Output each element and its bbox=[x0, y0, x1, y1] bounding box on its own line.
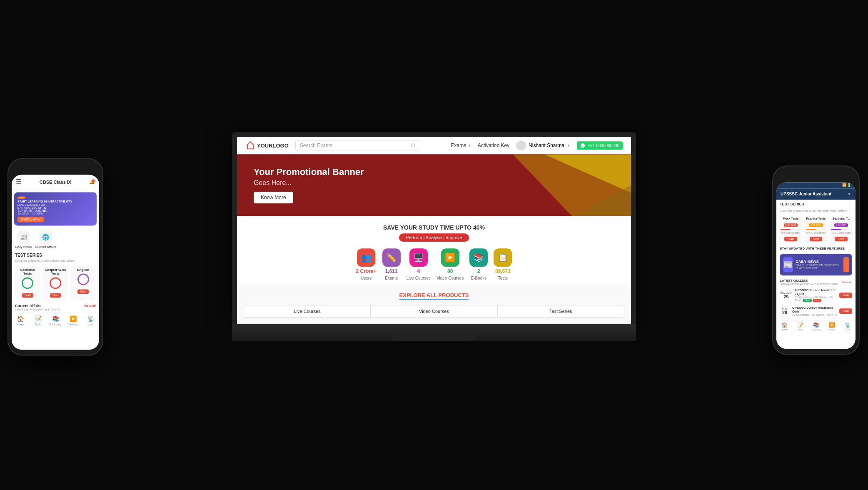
test-card-english[interactable]: English Start bbox=[70, 265, 96, 300]
stat-video-courses: ▶️ 80 Video Courses bbox=[436, 249, 464, 281]
rp-nav-videos[interactable]: ▶️ Videos bbox=[824, 322, 840, 331]
status-icons: 📶 🔋 bbox=[842, 183, 851, 187]
explore-section: EXPLORE ALL PRODUCTS Live Courses Video … bbox=[237, 285, 631, 325]
english-start-btn[interactable]: Start bbox=[77, 289, 89, 294]
rp-nav-elibrary[interactable]: 📚 E-Library bbox=[808, 322, 824, 331]
quiz-day-1: 29 bbox=[780, 294, 793, 299]
nav-videos[interactable]: ▶️ Videos bbox=[64, 315, 82, 326]
right-practice-tests[interactable]: Practice Tests 3.4k 50% 0% Completed Sta… bbox=[804, 215, 828, 243]
rp-nav-tests-label: Tests bbox=[797, 328, 803, 331]
quiz-title-2: UPSSSC Junior Assistant - Quiz bbox=[792, 306, 837, 313]
nav-live[interactable]: 📡 Live bbox=[82, 315, 99, 326]
exams-label: Exams bbox=[451, 142, 466, 148]
rp-nav-home[interactable]: 🏠 Home bbox=[776, 322, 792, 331]
category-current-affairs[interactable]: 🌐 Current Affairs bbox=[35, 230, 56, 249]
activation-key-link[interactable]: Activation Key bbox=[478, 142, 509, 148]
product-tabs: Live Courses Video Courses Test Series bbox=[244, 305, 624, 318]
right-phone-notch bbox=[799, 171, 833, 180]
promotional-banner: Your Promotional Banner Goes Here... Kno… bbox=[237, 154, 631, 216]
stat-exams: ✏️ 1,611 Exams bbox=[382, 249, 401, 281]
live-badge: LIVE bbox=[17, 196, 25, 199]
chapter-progress-circle bbox=[50, 277, 61, 289]
right-mock-tests[interactable]: Mock Tests 2.1k 50% 0% Completed Start bbox=[779, 215, 803, 243]
enroll-button[interactable]: ENROLL NOW bbox=[17, 217, 44, 222]
elibrary-icon: 📚 bbox=[52, 315, 59, 322]
rp-elibrary-icon: 📚 bbox=[813, 322, 819, 328]
nav-home[interactable]: 🏠 Home bbox=[12, 315, 29, 326]
phone-button[interactable]: +91-0000000000 bbox=[577, 141, 623, 150]
test-card-chapter[interactable]: Chapter Wise Tests Start bbox=[43, 265, 68, 300]
daily-news-icon: 📰 bbox=[17, 230, 30, 244]
know-more-button[interactable]: Know More bbox=[254, 192, 293, 204]
dropdown-chevron-icon[interactable]: ▼ bbox=[847, 192, 851, 196]
monitor-base bbox=[392, 333, 476, 341]
search-bar[interactable]: Search Exams bbox=[295, 140, 420, 150]
chapter-start-btn[interactable]: Start bbox=[50, 293, 61, 298]
tab-live-courses[interactable]: Live Courses bbox=[244, 306, 371, 318]
video-courses-stat-icon: ▶️ bbox=[441, 249, 459, 267]
nav-elibrary[interactable]: 📚 E-Library bbox=[47, 315, 64, 326]
user-info[interactable]: Nishant Sharma ▼ bbox=[516, 140, 570, 150]
stat-users: 👥 2 Crore+ Users bbox=[356, 249, 377, 281]
left-phone-banner: LIVE START LEARNING IN INTRACTIVE WAY LI… bbox=[14, 192, 97, 225]
english-label: English bbox=[72, 268, 94, 272]
eng-tag: ENG bbox=[803, 299, 811, 302]
tests-value: 89,673 bbox=[495, 269, 511, 275]
nav-elibrary-label: E-Library bbox=[50, 323, 61, 326]
nav-links: Exams ▼ Activation Key Nishant Sharma ▼ bbox=[451, 140, 623, 150]
quiz-title-1: UPSSSC Junior Assistant - Quiz bbox=[795, 288, 837, 296]
sectional-start-btn[interactable]: Start bbox=[835, 237, 848, 241]
chapter-wise-label: Chapter Wise Tests bbox=[45, 268, 67, 275]
quiz-item-1: May 2024 29 UPSSSC Junior Assistant - Qu… bbox=[780, 287, 852, 304]
quiz-item-2: May 28 UPSSSC Junior Assistant - Quiz 20… bbox=[780, 304, 852, 318]
users-label: Users bbox=[361, 276, 372, 281]
rp-live-icon: 📡 bbox=[845, 322, 851, 328]
sectional-progress bbox=[831, 229, 851, 230]
daily-news-title: DAILY NEWS bbox=[796, 260, 841, 264]
practice-tests-label: Practice Tests bbox=[806, 217, 826, 220]
tests-label: Tests bbox=[498, 276, 508, 281]
stat-live-courses: 🖥️ 4 Live Courses bbox=[407, 249, 431, 281]
banner-bg-shapes bbox=[434, 154, 631, 216]
stay-updated-title: STAY UPDATED WITH THESE FEATURES bbox=[776, 245, 856, 252]
phone-notch bbox=[39, 164, 72, 172]
quiz-start-btn-1[interactable]: Start bbox=[839, 292, 852, 298]
exams-label: Exams bbox=[385, 276, 398, 281]
video-courses-label: Video Courses bbox=[436, 276, 464, 281]
tab-test-series[interactable]: Test Series bbox=[498, 306, 624, 318]
sectional-start-btn[interactable]: Start bbox=[22, 293, 33, 298]
website-content: YOURLOGO Search Exams Exams ▼ bbox=[237, 137, 631, 324]
rp-videos-icon: ▶️ bbox=[829, 322, 835, 328]
nav-home-label: Home bbox=[17, 323, 25, 326]
navbar: YOURLOGO Search Exams Exams ▼ bbox=[237, 137, 631, 154]
video-courses-value: 80 bbox=[447, 269, 453, 275]
right-phone-header: UPSSSC Junior Assistant ▼ bbox=[776, 188, 856, 200]
exams-menu[interactable]: Exams ▼ bbox=[451, 142, 471, 148]
category-daily-news[interactable]: 📰 Daily News bbox=[15, 230, 32, 249]
practice-start-btn[interactable]: Start bbox=[810, 237, 823, 241]
daily-news-banner[interactable]: 📰 DAILY NEWS DAILY UPDATES OF NEWS FOR P… bbox=[780, 254, 852, 275]
nav-tests[interactable]: 📝 Tests bbox=[29, 315, 47, 326]
mock-start-btn[interactable]: Start bbox=[784, 237, 797, 241]
view-all-quizzes[interactable]: View All bbox=[842, 281, 852, 284]
sectional-tag: 2.1k 50% bbox=[834, 223, 848, 227]
daily-news-img: 📰 bbox=[783, 257, 793, 272]
rp-nav-elibrary-label: E-Library bbox=[811, 328, 821, 331]
quiz-meta-1: 20 Questions - 20 Marks - 60 Mins ENG HI… bbox=[795, 296, 837, 302]
quiz-day-2: 28 bbox=[780, 310, 790, 315]
quiz-meta-2: 20 Questions - 20 Marks - 60 Mins bbox=[792, 313, 837, 316]
perform-badge: Perform | Analyse | Improve bbox=[399, 234, 469, 242]
avatar bbox=[516, 140, 526, 150]
tab-video-courses[interactable]: Video Courses bbox=[371, 306, 497, 318]
exams-chevron-icon: ▼ bbox=[468, 144, 471, 148]
test-card-sectional[interactable]: Sectional Tests Start bbox=[15, 265, 40, 300]
view-all-link[interactable]: View all bbox=[84, 304, 96, 308]
rp-nav-live[interactable]: 📡 Live bbox=[840, 322, 856, 331]
right-sectional-tests[interactable]: Sectional T... 2.1k 50% 0% Completed Sta… bbox=[829, 215, 853, 243]
current-affairs-section-title: Current Affairs bbox=[15, 304, 41, 308]
mock-tests-progress bbox=[781, 229, 801, 230]
rp-nav-tests[interactable]: 📝 Tests bbox=[792, 322, 808, 331]
rp-home-icon: 🏠 bbox=[781, 322, 788, 328]
quiz-start-btn-2[interactable]: Start bbox=[839, 308, 852, 314]
current-affairs-sub: Latest events happening in country bbox=[15, 308, 96, 311]
